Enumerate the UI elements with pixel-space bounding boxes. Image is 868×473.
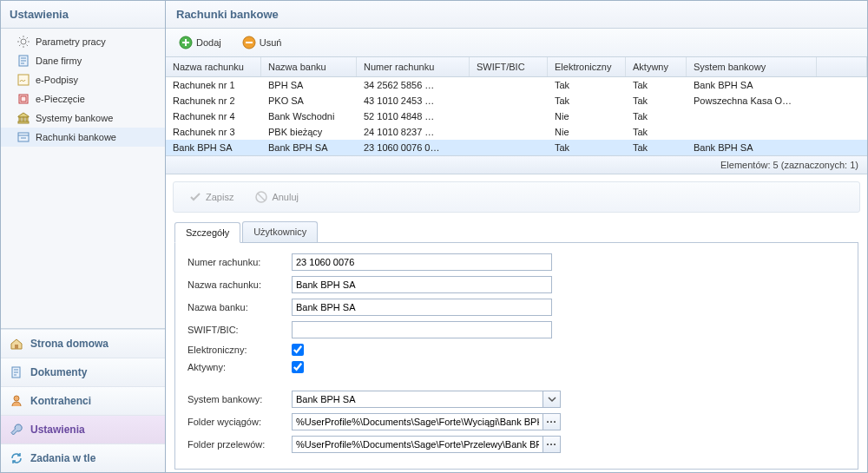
label-account-name: Nazwa rachunku:: [187, 279, 292, 290]
nav-item-label: Kontrahenci: [30, 395, 91, 407]
table-cell: Rachunek nr 3: [166, 124, 261, 140]
app-window: Ustawienia Parametry pracyDane firmye-Po…: [0, 0, 868, 473]
label-electronic: Elektroniczny:: [187, 345, 292, 355]
person-icon: [10, 394, 23, 408]
stamp-icon: [16, 92, 30, 106]
save-button[interactable]: Zapisz: [181, 187, 241, 207]
table-cell: Bank Wschodni: [261, 108, 357, 124]
grid-header: Nazwa rachunkuNazwa bankuNumer rachunkuS…: [166, 57, 867, 77]
table-cell: 43 1010 2453 …: [357, 93, 470, 108]
tab-users[interactable]: Użytkownicy: [242, 221, 318, 242]
label-bank-name: Nazwa banku:: [187, 302, 292, 312]
accounts-grid: Nazwa rachunkuNazwa bankuNumer rachunkuS…: [166, 57, 867, 156]
nav-item-dokumenty[interactable]: Dokumenty: [1, 358, 165, 386]
page-title: Rachunki bankowe: [166, 1, 867, 29]
refresh-icon: [10, 451, 23, 465]
sidebar-tree: Parametry pracyDane firmye-Podpisye-Piec…: [1, 29, 165, 328]
sidebar-item-systemy-bankowe[interactable]: Systemy bankowe: [1, 108, 165, 128]
sidebar-title: Ustawienia: [1, 1, 165, 29]
browse-transfers-button[interactable]: ···: [543, 436, 561, 453]
detail-tabs: Szczegóły Użytkownicy: [174, 221, 858, 243]
wrench-icon: [10, 423, 23, 437]
input-folder-statements[interactable]: [292, 413, 543, 430]
table-cell: Tak: [626, 93, 687, 108]
sign-icon: [16, 73, 30, 87]
sidebar-item-rachunki-bankowe[interactable]: Rachunki bankowe: [1, 128, 165, 147]
svg-rect-7: [26, 117, 28, 122]
nav-item-kontrahenci[interactable]: Kontrahenci: [1, 386, 165, 415]
svg-rect-8: [18, 122, 29, 123]
table-row[interactable]: Rachunek nr 1BPH SA34 2562 5856 …TakTakB…: [166, 77, 867, 93]
table-cell: Bank BPH SA: [261, 140, 357, 155]
nav-item-ustawienia[interactable]: Ustawienia: [1, 415, 165, 443]
table-cell: Bank BPH SA: [687, 140, 817, 155]
sidebar-nav: Strona domowaDokumentyKontrahenciUstawie…: [1, 328, 165, 472]
grid-status: Elementów: 5 (zaznaczonych: 1): [166, 156, 867, 174]
column-header[interactable]: Nazwa banku: [261, 57, 357, 76]
input-account-number[interactable]: [292, 253, 552, 271]
nav-item-zadania-w-tle[interactable]: Zadania w tle: [1, 443, 165, 472]
sidebar-item-e-pieczęcie[interactable]: e-Pieczęcie: [1, 89, 165, 108]
table-cell: PBK bieżący: [261, 124, 357, 140]
input-folder-transfers[interactable]: [292, 436, 543, 453]
add-button[interactable]: Dodaj: [171, 32, 229, 53]
label-bank-system: System bankowy:: [187, 394, 292, 404]
table-row[interactable]: Rachunek nr 2PKO SA43 1010 2453 …TakTakP…: [166, 93, 867, 108]
column-header[interactable]: System bankowy: [687, 57, 817, 76]
svg-rect-6: [23, 117, 24, 122]
input-bank-name[interactable]: [292, 299, 552, 316]
table-row[interactable]: Bank BPH SABank BPH SA23 1060 0076 0…Tak…: [166, 140, 867, 155]
table-cell: [470, 124, 548, 140]
minus-icon: [242, 36, 256, 49]
svg-rect-10: [15, 345, 18, 349]
tab-details[interactable]: Szczegóły: [174, 222, 240, 243]
cancel-button[interactable]: Anuluj: [247, 187, 306, 207]
table-cell: 52 1010 4848 …: [357, 108, 470, 124]
svg-point-0: [21, 39, 26, 44]
input-account-name[interactable]: [292, 276, 552, 293]
table-row[interactable]: Rachunek nr 3PBK bieżący24 1010 8237 …Ni…: [166, 124, 867, 140]
table-cell: [470, 108, 548, 124]
gear-icon: [16, 35, 30, 49]
table-cell: Nie: [548, 108, 626, 124]
ellipsis-icon: ···: [546, 417, 556, 427]
browse-statements-button[interactable]: ···: [543, 413, 561, 430]
nav-item-label: Zadania w tle: [30, 452, 95, 464]
save-button-label: Zapisz: [206, 192, 233, 202]
svg-rect-5: [19, 117, 21, 122]
table-cell: Tak: [626, 140, 687, 155]
column-header[interactable]: SWIFT/BIC: [470, 57, 548, 76]
main-panel: Rachunki bankowe Dodaj Usuń Nazwa rachun…: [166, 1, 867, 472]
column-header[interactable]: Aktywny: [626, 57, 687, 76]
checkbox-electronic[interactable]: [292, 344, 304, 356]
cancel-button-label: Anuluj: [272, 192, 299, 202]
plus-icon: [179, 36, 193, 49]
remove-button-label: Usuń: [260, 37, 282, 48]
sidebar-item-label: Rachunki bankowe: [36, 132, 116, 142]
sidebar-item-dane-firmy[interactable]: Dane firmy: [1, 51, 165, 70]
sidebar-item-e-podpisy[interactable]: e-Podpisy: [1, 70, 165, 89]
table-cell: [470, 140, 548, 155]
column-header[interactable]: Elektroniczny: [548, 57, 626, 76]
nav-item-strona-domowa[interactable]: Strona domowa: [1, 329, 165, 358]
table-row[interactable]: Rachunek nr 4Bank Wschodni52 1010 4848 ……: [166, 108, 867, 124]
svg-rect-9: [18, 133, 29, 141]
remove-button[interactable]: Usuń: [234, 32, 290, 53]
grid-body: Rachunek nr 1BPH SA34 2562 5856 …TakTakB…: [166, 77, 867, 155]
input-swift[interactable]: [292, 321, 552, 338]
checkbox-active[interactable]: [292, 361, 304, 373]
sidebar-item-parametry-pracy[interactable]: Parametry pracy: [1, 32, 165, 51]
column-header[interactable]: Numer rachunku: [357, 57, 470, 76]
select-bank-system[interactable]: [292, 391, 543, 408]
svg-rect-2: [18, 75, 29, 85]
nav-item-label: Ustawienia: [30, 424, 85, 436]
chevron-down-icon: [545, 392, 559, 406]
column-header[interactable]: Nazwa rachunku: [166, 57, 261, 76]
nav-item-label: Strona domowa: [30, 338, 108, 350]
table-cell: Rachunek nr 2: [166, 93, 261, 108]
bank-system-dropdown-button[interactable]: [543, 391, 561, 408]
form-toolbar: Zapisz Anuluj: [173, 181, 860, 213]
cancel-icon: [254, 190, 268, 204]
sidebar-item-label: e-Podpisy: [36, 75, 78, 85]
home-icon: [10, 337, 23, 351]
